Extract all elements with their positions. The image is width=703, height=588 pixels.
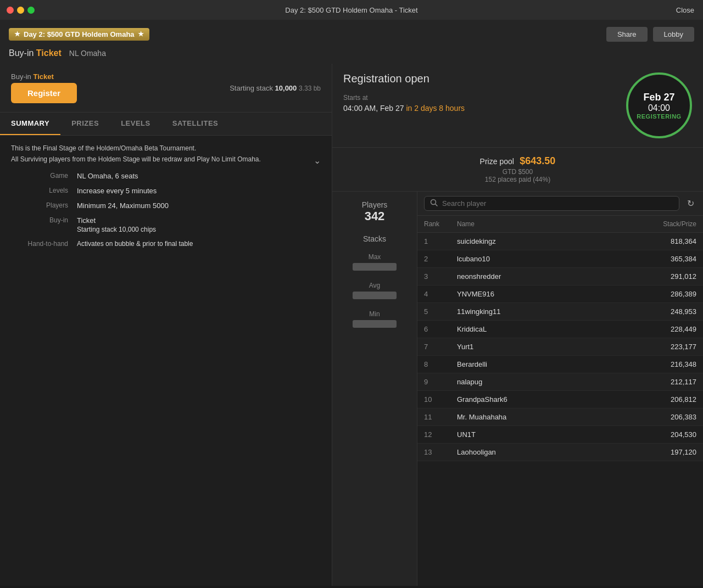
- starts-countdown: in 2 days 8 hours: [406, 104, 465, 113]
- reg-info: Registration open Starts at 04:00 AM, Fe…: [332, 64, 703, 148]
- buyin-detail-value: Ticket: [77, 216, 156, 225]
- detail-htoh: Hand-to-hand Activates on bubble & prior…: [11, 240, 321, 248]
- share-button[interactable]: Share: [606, 27, 648, 42]
- tabs: SUMMARY PRIZES LEVELS SATELLITES: [0, 113, 332, 136]
- lb-rank: 2: [424, 255, 457, 263]
- tab-prizes[interactable]: PRIZES: [60, 113, 110, 135]
- register-button[interactable]: Register: [11, 83, 77, 103]
- lb-rank: 8: [424, 360, 457, 368]
- table-row: 2 lcubano10 365,384: [417, 250, 703, 268]
- stacks-title: Stacks: [338, 234, 411, 243]
- table-row: 9 nalapug 212,117: [417, 373, 703, 391]
- players-stacks-col: Players 342 Stacks Max Avg Min: [332, 192, 417, 586]
- buyin-detail-label: Buy-in: [11, 216, 77, 233]
- lb-rank: 9: [424, 378, 457, 386]
- lb-rank: 10: [424, 395, 457, 404]
- search-input-wrap[interactable]: [424, 196, 679, 211]
- lb-name: GrandpaShark6: [457, 395, 641, 404]
- stack-avg-bar: [353, 292, 397, 299]
- stack-min-bar: [353, 320, 397, 328]
- lb-stack: 223,177: [641, 343, 696, 351]
- summary-content: This is the Final Stage of the Holdem/Om…: [0, 136, 332, 586]
- close-button[interactable]: Close: [676, 6, 694, 14]
- lb-stack: 291,012: [641, 272, 696, 281]
- lb-stack: 248,953: [641, 307, 696, 316]
- lb-name: neonshredder: [457, 272, 641, 281]
- main-content: Buy-in Ticket Register Starting stack 10…: [0, 64, 703, 586]
- header-name: Name: [457, 220, 641, 228]
- register-section: Buy-in Ticket Register Starting stack 10…: [0, 64, 332, 113]
- tab-satellites[interactable]: SATELLITES: [161, 113, 229, 135]
- detail-buyin: Buy-in Ticket Starting stack 10,000 chip…: [11, 216, 321, 233]
- expand-button[interactable]: ⌄: [314, 155, 321, 166]
- table-row: 3 neonshredder 291,012: [417, 268, 703, 285]
- lb-name: UN1T: [457, 430, 641, 439]
- lb-stack: 197,120: [641, 448, 696, 456]
- game-type-label: NL Omaha: [69, 49, 106, 58]
- htoh-value: Activates on bubble & prior to final tab…: [77, 240, 193, 248]
- table-row: 6 KriddicaL 228,449: [417, 321, 703, 338]
- star-left-icon: ★: [14, 30, 20, 38]
- right-panel: Registration open Starts at 04:00 AM, Fe…: [332, 64, 703, 586]
- register-box-label: Buy-in Ticket: [11, 72, 77, 81]
- search-input[interactable]: [442, 199, 673, 208]
- stack-max-label: Max: [369, 253, 381, 261]
- lb-rank: 5: [424, 307, 457, 316]
- players-value: Minimum 24, Maximum 5000: [77, 201, 169, 210]
- tab-levels[interactable]: LEVELS: [110, 113, 161, 135]
- leaderboard-col: ↻ Rank Name Stack/Prize 1 suicidekingz 8…: [417, 192, 703, 586]
- lb-stack: 204,530: [641, 430, 696, 439]
- starting-stack: Starting stack 10,000 3.33 bb: [230, 84, 321, 92]
- window-controls: [7, 7, 35, 14]
- tournament-tab[interactable]: ★ Day 2: $500 GTD Holdem Omaha ★: [9, 28, 149, 41]
- svg-line-1: [436, 204, 438, 206]
- levels-value: Increase every 5 minutes: [77, 187, 157, 195]
- buyin-ticket: Ticket: [36, 48, 62, 58]
- summary-desc2: All Surviving players from the Holdem St…: [11, 155, 321, 163]
- starting-stack-bb: 3.33 bb: [299, 85, 321, 92]
- table-row: 8 Berardelli 216,348: [417, 356, 703, 373]
- lb-stack: 206,812: [641, 395, 696, 404]
- star-right-icon: ★: [138, 30, 144, 38]
- refresh-button[interactable]: ↻: [685, 196, 696, 211]
- levels-label: Levels: [11, 187, 77, 195]
- prize-gtd: GTD $500: [343, 168, 692, 176]
- prize-label: Prize pool: [480, 157, 514, 166]
- lb-name: Yurt1: [457, 343, 641, 351]
- stack-avg-label: Avg: [369, 282, 380, 289]
- minimize-window-btn[interactable]: [17, 7, 24, 14]
- lb-stack: 212,117: [641, 378, 696, 386]
- left-panel: Buy-in Ticket Register Starting stack 10…: [0, 64, 332, 586]
- table-row: 7 Yurt1 223,177: [417, 338, 703, 356]
- stack-min-label: Min: [369, 310, 380, 318]
- leaderboard-header: Rank Name Stack/Prize: [417, 216, 703, 233]
- lb-stack: 818,364: [641, 237, 696, 245]
- header-stack: Stack/Prize: [641, 220, 696, 228]
- table-row: 5 11wingking11 248,953: [417, 303, 703, 321]
- prize-amount: $643.50: [520, 155, 555, 166]
- lb-name: KriddicaL: [457, 325, 641, 333]
- tab-summary[interactable]: SUMMARY: [0, 113, 60, 135]
- lb-rank: 11: [424, 413, 457, 421]
- lb-name: suicidekingz: [457, 237, 641, 245]
- header-actions: Share Lobby: [606, 27, 694, 42]
- maximize-window-btn[interactable]: [27, 7, 35, 14]
- header-rank: Rank: [424, 220, 457, 228]
- starting-stack-label: Starting stack: [230, 84, 273, 92]
- table-row: 1 suicidekingz 818,364: [417, 233, 703, 250]
- htoh-label: Hand-to-hand: [11, 240, 77, 248]
- starting-stack-value: 10,000: [275, 84, 297, 92]
- search-row: ↻: [417, 192, 703, 216]
- lobby-button[interactable]: Lobby: [653, 27, 694, 42]
- lb-stack: 228,449: [641, 325, 696, 333]
- buyin-detail-sub: Starting stack 10,000 chips: [77, 226, 156, 233]
- players-count: 342: [338, 209, 411, 223]
- prize-section: Prize pool $643.50 GTD $500 152 places p…: [332, 148, 703, 192]
- table-row: 11 Mr. Muahahaha 206,383: [417, 408, 703, 426]
- clock-widget: Feb 27 04:00 REGISTERING: [626, 72, 692, 138]
- players-section: Players 342: [338, 200, 411, 223]
- clock-time: 04:00: [648, 103, 670, 113]
- close-window-btn[interactable]: [7, 7, 14, 14]
- header-row: ★ Day 2: $500 GTD Holdem Omaha ★ Share L…: [0, 20, 703, 48]
- lb-name: 11wingking11: [457, 307, 641, 316]
